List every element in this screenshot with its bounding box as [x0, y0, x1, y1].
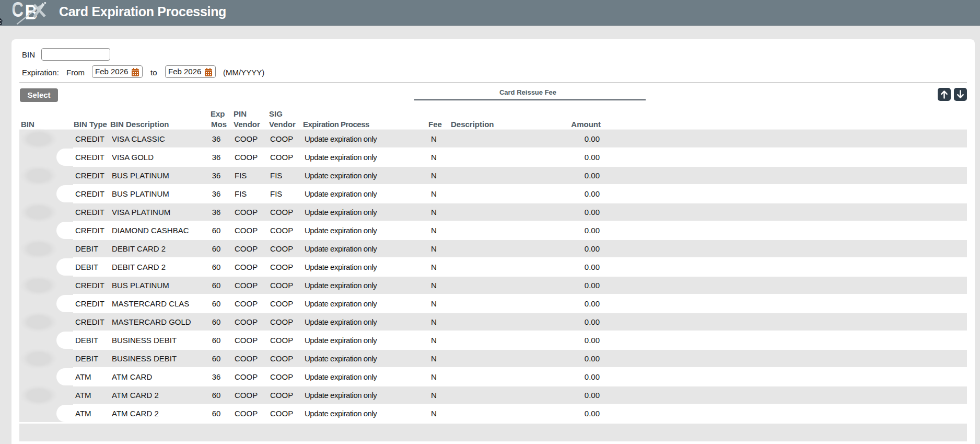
svg-text:C: C: [12, 0, 24, 21]
svg-text:B: B: [25, 0, 38, 24]
